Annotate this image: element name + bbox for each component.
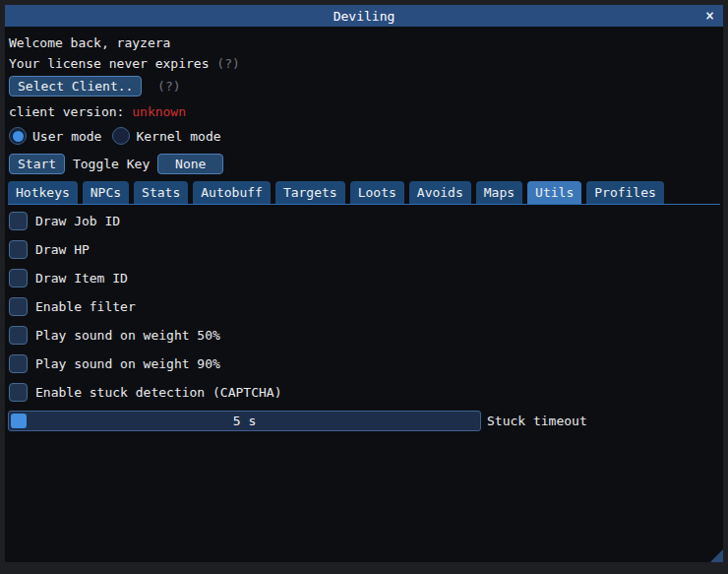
checkbox-label: Draw Item ID: [35, 271, 128, 286]
tab-npcs[interactable]: NPCs: [83, 181, 129, 204]
stuck-timeout-label: Stuck timeout: [487, 411, 587, 431]
window-title: Deviling: [334, 9, 395, 24]
resize-grip[interactable]: [710, 549, 723, 562]
stuck-timeout-slider[interactable]: 5 s: [8, 411, 481, 431]
select-client-row: Select Client.. (?): [9, 76, 181, 96]
radio-unselected-icon: [112, 127, 130, 145]
kernel-mode-radio[interactable]: Kernel mode: [112, 127, 220, 145]
checkbox-draw-job-id[interactable]: Draw Job ID: [9, 212, 120, 230]
select-client-help-icon[interactable]: (?): [157, 79, 180, 94]
tab-stats[interactable]: Stats: [134, 181, 188, 204]
checkbox-icon[interactable]: [9, 326, 28, 345]
checkbox-icon[interactable]: [9, 383, 28, 402]
client-version-value: unknown: [132, 104, 186, 119]
checkbox-draw-item-id[interactable]: Draw Item ID: [9, 269, 128, 287]
checkbox-label: Enable filter: [35, 299, 136, 314]
checkbox-label: Enable stuck detection (CAPTCHA): [35, 385, 281, 400]
checkbox-sound-weight-90[interactable]: Play sound on weight 90%: [9, 354, 220, 373]
checkbox-label: Draw Job ID: [35, 214, 120, 228]
toggle-key-button[interactable]: None: [157, 154, 223, 174]
toggle-key-label: Toggle Key: [73, 157, 150, 171]
checkbox-enable-filter[interactable]: Enable filter: [9, 297, 136, 316]
content-area: Welcome back, rayzera Your license never…: [5, 27, 723, 562]
start-button[interactable]: Start: [9, 154, 65, 174]
client-version-row: client version: unknown: [9, 104, 186, 119]
close-icon[interactable]: ×: [705, 5, 714, 27]
kernel-mode-label: Kernel mode: [136, 129, 220, 144]
tab-loots[interactable]: Loots: [350, 181, 404, 204]
app-window: Deviling × Welcome back, rayzera Your li…: [0, 0, 728, 574]
tab-hotkeys[interactable]: Hotkeys: [8, 181, 78, 204]
license-row: Your license never expires (?): [9, 56, 240, 71]
mode-row: User mode Kernel mode: [9, 127, 221, 145]
tab-targets[interactable]: Targets: [275, 181, 345, 204]
checkbox-label: Play sound on weight 90%: [35, 356, 220, 371]
slider-handle[interactable]: [11, 414, 27, 428]
checkbox-icon[interactable]: [9, 240, 28, 259]
tab-bar: Hotkeys NPCs Stats Autobuff Targets Loot…: [8, 181, 720, 205]
user-mode-radio[interactable]: User mode: [9, 127, 101, 145]
welcome-text: Welcome back, rayzera: [9, 35, 170, 50]
checkbox-sound-weight-50[interactable]: Play sound on weight 50%: [9, 326, 220, 345]
checkbox-icon[interactable]: [9, 269, 28, 287]
checkbox-icon[interactable]: [9, 354, 28, 373]
license-help-icon[interactable]: (?): [216, 56, 239, 71]
radio-selected-icon: [9, 127, 27, 145]
tab-profiles[interactable]: Profiles: [586, 181, 664, 204]
tab-utils[interactable]: Utils: [527, 181, 581, 204]
checkbox-label: Draw HP: [35, 242, 90, 257]
title-bar[interactable]: Deviling ×: [5, 5, 723, 27]
checkbox-stuck-detection[interactable]: Enable stuck detection (CAPTCHA): [9, 383, 281, 402]
tab-maps[interactable]: Maps: [476, 181, 522, 204]
select-client-button[interactable]: Select Client..: [9, 76, 142, 96]
tab-autobuff[interactable]: Autobuff: [193, 181, 271, 204]
client-version-label: client version:: [9, 104, 132, 119]
tab-avoids[interactable]: Avoids: [409, 181, 471, 204]
checkbox-icon[interactable]: [9, 212, 28, 230]
user-mode-label: User mode: [32, 129, 101, 144]
checkbox-draw-hp[interactable]: Draw HP: [9, 240, 90, 259]
checkbox-label: Play sound on weight 50%: [35, 328, 220, 343]
checkbox-icon[interactable]: [9, 297, 28, 316]
start-row: Start Toggle Key None: [9, 154, 223, 174]
slider-value: 5 s: [9, 412, 480, 430]
license-text: Your license never expires: [9, 56, 210, 71]
